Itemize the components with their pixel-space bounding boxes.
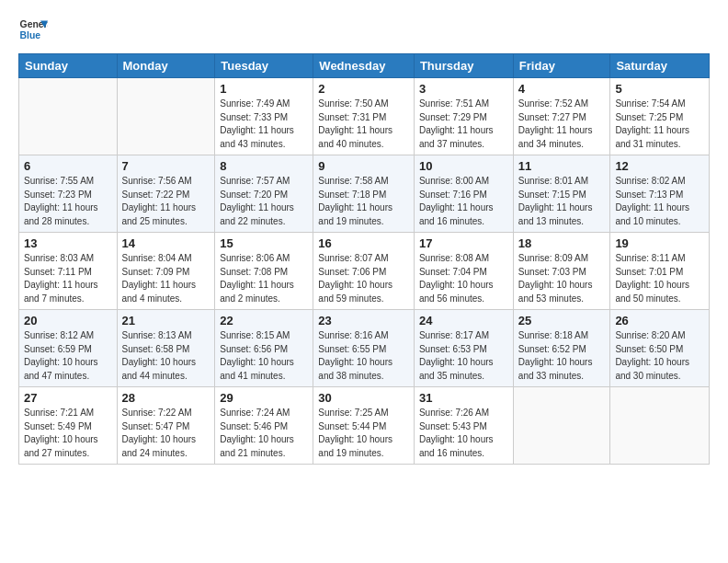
- calendar-cell: 1Sunrise: 7:49 AMSunset: 7:33 PMDaylight…: [215, 78, 313, 155]
- cell-content: Sunrise: 8:12 AMSunset: 6:59 PMDaylight:…: [24, 329, 112, 383]
- calendar-cell: 31Sunrise: 7:26 AMSunset: 5:43 PMDayligh…: [414, 387, 513, 465]
- day-number: 7: [122, 159, 210, 173]
- calendar-cell: 10Sunrise: 8:00 AMSunset: 7:16 PMDayligh…: [414, 155, 513, 233]
- calendar-cell: 27Sunrise: 7:21 AMSunset: 5:49 PMDayligh…: [19, 387, 118, 465]
- calendar-cell: 9Sunrise: 7:58 AMSunset: 7:18 PMDaylight…: [313, 155, 415, 233]
- calendar-cell: 7Sunrise: 7:56 AMSunset: 7:22 PMDaylight…: [117, 155, 215, 233]
- cell-content: Sunrise: 7:55 AMSunset: 7:23 PMDaylight:…: [24, 175, 112, 228]
- cell-content: Sunrise: 7:26 AMSunset: 5:43 PMDaylight:…: [419, 407, 508, 460]
- day-number: 28: [122, 391, 210, 405]
- calendar-week-3: 13Sunrise: 8:03 AMSunset: 7:11 PMDayligh…: [19, 233, 710, 310]
- cell-content: Sunrise: 7:57 AMSunset: 7:20 PMDaylight:…: [220, 175, 308, 228]
- day-number: 4: [518, 82, 606, 96]
- cell-content: Sunrise: 8:13 AMSunset: 6:58 PMDaylight:…: [122, 329, 210, 383]
- calendar-week-2: 6Sunrise: 7:55 AMSunset: 7:23 PMDaylight…: [19, 155, 710, 233]
- calendar-cell: 16Sunrise: 8:07 AMSunset: 7:06 PMDayligh…: [313, 233, 415, 310]
- calendar-cell: 11Sunrise: 8:01 AMSunset: 7:15 PMDayligh…: [513, 155, 610, 233]
- day-number: 20: [24, 314, 112, 327]
- day-number: 26: [615, 314, 704, 327]
- cell-content: Sunrise: 8:08 AMSunset: 7:04 PMDaylight:…: [419, 252, 508, 305]
- day-number: 21: [122, 314, 210, 327]
- weekday-header-thursday: Thursday: [414, 54, 513, 78]
- cell-content: Sunrise: 8:07 AMSunset: 7:06 PMDaylight:…: [318, 252, 409, 305]
- calendar-cell: 17Sunrise: 8:08 AMSunset: 7:04 PMDayligh…: [414, 233, 513, 310]
- calendar-cell: 4Sunrise: 7:52 AMSunset: 7:27 PMDaylight…: [513, 78, 610, 155]
- calendar-cell: 29Sunrise: 7:24 AMSunset: 5:46 PMDayligh…: [215, 387, 313, 465]
- calendar-cell: [19, 78, 118, 155]
- cell-content: Sunrise: 8:02 AMSunset: 7:13 PMDaylight:…: [615, 175, 704, 228]
- page-container: General Blue SundayMondayTuesdayWednesda…: [0, 0, 728, 474]
- header: General Blue: [18, 15, 710, 44]
- calendar-cell: 5Sunrise: 7:54 AMSunset: 7:25 PMDaylight…: [610, 78, 710, 155]
- cell-content: Sunrise: 7:50 AMSunset: 7:31 PMDaylight:…: [318, 98, 409, 151]
- cell-content: Sunrise: 7:51 AMSunset: 7:29 PMDaylight:…: [419, 98, 508, 151]
- calendar-cell: 12Sunrise: 8:02 AMSunset: 7:13 PMDayligh…: [610, 155, 710, 233]
- day-number: 6: [24, 159, 112, 173]
- calendar-cell: [117, 78, 215, 155]
- cell-content: Sunrise: 8:18 AMSunset: 6:52 PMDaylight:…: [518, 329, 606, 383]
- day-number: 22: [220, 314, 308, 327]
- cell-content: Sunrise: 7:49 AMSunset: 7:33 PMDaylight:…: [220, 98, 308, 151]
- weekday-header-sunday: Sunday: [19, 54, 118, 78]
- day-number: 25: [518, 314, 606, 327]
- day-number: 31: [419, 391, 508, 405]
- day-number: 1: [220, 82, 308, 96]
- cell-content: Sunrise: 8:01 AMSunset: 7:15 PMDaylight:…: [518, 175, 606, 228]
- calendar-cell: 15Sunrise: 8:06 AMSunset: 7:08 PMDayligh…: [215, 233, 313, 310]
- calendar-cell: 21Sunrise: 8:13 AMSunset: 6:58 PMDayligh…: [117, 310, 215, 387]
- cell-content: Sunrise: 7:56 AMSunset: 7:22 PMDaylight:…: [122, 175, 210, 228]
- day-number: 15: [220, 236, 308, 250]
- day-number: 19: [615, 236, 704, 250]
- weekday-header-wednesday: Wednesday: [313, 54, 415, 78]
- cell-content: Sunrise: 8:03 AMSunset: 7:11 PMDaylight:…: [24, 252, 112, 305]
- calendar-week-1: 1Sunrise: 7:49 AMSunset: 7:33 PMDaylight…: [19, 78, 710, 155]
- calendar-table: SundayMondayTuesdayWednesdayThursdayFrid…: [18, 53, 710, 465]
- cell-content: Sunrise: 8:16 AMSunset: 6:55 PMDaylight:…: [318, 329, 409, 383]
- cell-content: Sunrise: 8:15 AMSunset: 6:56 PMDaylight:…: [220, 329, 308, 383]
- cell-content: Sunrise: 7:21 AMSunset: 5:49 PMDaylight:…: [24, 407, 112, 460]
- cell-content: Sunrise: 8:11 AMSunset: 7:01 PMDaylight:…: [615, 252, 704, 305]
- calendar-cell: 13Sunrise: 8:03 AMSunset: 7:11 PMDayligh…: [19, 233, 118, 310]
- cell-content: Sunrise: 7:25 AMSunset: 5:44 PMDaylight:…: [318, 407, 409, 460]
- cell-content: Sunrise: 7:54 AMSunset: 7:25 PMDaylight:…: [615, 98, 704, 151]
- cell-content: Sunrise: 7:52 AMSunset: 7:27 PMDaylight:…: [518, 98, 606, 151]
- day-number: 27: [24, 391, 112, 405]
- calendar-cell: 23Sunrise: 8:16 AMSunset: 6:55 PMDayligh…: [313, 310, 415, 387]
- weekday-header-row: SundayMondayTuesdayWednesdayThursdayFrid…: [19, 54, 710, 78]
- calendar-cell: 8Sunrise: 7:57 AMSunset: 7:20 PMDaylight…: [215, 155, 313, 233]
- calendar-cell: 25Sunrise: 8:18 AMSunset: 6:52 PMDayligh…: [513, 310, 610, 387]
- cell-content: Sunrise: 7:24 AMSunset: 5:46 PMDaylight:…: [220, 407, 308, 460]
- cell-content: Sunrise: 8:17 AMSunset: 6:53 PMDaylight:…: [419, 329, 508, 383]
- weekday-header-monday: Monday: [117, 54, 215, 78]
- calendar-cell: 24Sunrise: 8:17 AMSunset: 6:53 PMDayligh…: [414, 310, 513, 387]
- calendar-cell: 22Sunrise: 8:15 AMSunset: 6:56 PMDayligh…: [215, 310, 313, 387]
- day-number: 30: [318, 391, 409, 405]
- cell-content: Sunrise: 7:58 AMSunset: 7:18 PMDaylight:…: [318, 175, 409, 228]
- svg-text:Blue: Blue: [20, 30, 41, 40]
- day-number: 10: [419, 159, 508, 173]
- cell-content: Sunrise: 7:22 AMSunset: 5:47 PMDaylight:…: [122, 407, 210, 460]
- day-number: 17: [419, 236, 508, 250]
- cell-content: Sunrise: 8:09 AMSunset: 7:03 PMDaylight:…: [518, 252, 606, 305]
- day-number: 16: [318, 236, 409, 250]
- day-number: 18: [518, 236, 606, 250]
- weekday-header-saturday: Saturday: [610, 54, 710, 78]
- day-number: 11: [518, 159, 606, 173]
- day-number: 5: [615, 82, 704, 96]
- day-number: 14: [122, 236, 210, 250]
- calendar-cell: 26Sunrise: 8:20 AMSunset: 6:50 PMDayligh…: [610, 310, 710, 387]
- cell-content: Sunrise: 8:04 AMSunset: 7:09 PMDaylight:…: [122, 252, 210, 305]
- logo: General Blue: [18, 15, 51, 44]
- calendar-week-4: 20Sunrise: 8:12 AMSunset: 6:59 PMDayligh…: [19, 310, 710, 387]
- logo-icon: General Blue: [18, 15, 48, 44]
- day-number: 12: [615, 159, 704, 173]
- day-number: 3: [419, 82, 508, 96]
- calendar-cell: 2Sunrise: 7:50 AMSunset: 7:31 PMDaylight…: [313, 78, 415, 155]
- calendar-cell: 19Sunrise: 8:11 AMSunset: 7:01 PMDayligh…: [610, 233, 710, 310]
- day-number: 8: [220, 159, 308, 173]
- weekday-header-friday: Friday: [513, 54, 610, 78]
- calendar-cell: 28Sunrise: 7:22 AMSunset: 5:47 PMDayligh…: [117, 387, 215, 465]
- calendar-cell: 3Sunrise: 7:51 AMSunset: 7:29 PMDaylight…: [414, 78, 513, 155]
- calendar-cell: 20Sunrise: 8:12 AMSunset: 6:59 PMDayligh…: [19, 310, 118, 387]
- calendar-cell: 6Sunrise: 7:55 AMSunset: 7:23 PMDaylight…: [19, 155, 118, 233]
